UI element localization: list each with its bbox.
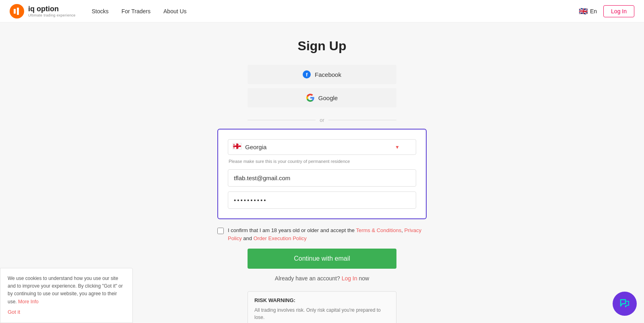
google-label: Google bbox=[318, 95, 338, 101]
nav-about-us[interactable]: About Us bbox=[163, 8, 187, 14]
terms-link[interactable]: Terms & Conditions bbox=[356, 227, 401, 233]
flag-icon: 🇬🇧 bbox=[579, 7, 588, 16]
terms-checkbox-area: I confirm that I am 18 years old or olde… bbox=[217, 226, 427, 242]
logo[interactable]: iq option Ultimate trading experience bbox=[10, 4, 76, 19]
risk-title: RISK WARNING: bbox=[254, 297, 390, 303]
facebook-label: Facebook bbox=[315, 71, 341, 78]
header: iq option Ultimate trading experience St… bbox=[0, 0, 644, 23]
country-selector-wrapper: Georgia ▼ bbox=[228, 139, 416, 155]
svg-rect-1 bbox=[14, 9, 16, 14]
brand-tagline: Ultimate trading experience bbox=[28, 13, 76, 17]
continue-email-button[interactable]: Continue with email bbox=[248, 249, 396, 269]
lc-logo-icon bbox=[618, 296, 631, 311]
terms-checkbox[interactable] bbox=[217, 228, 224, 234]
brand-name: iq option bbox=[28, 5, 76, 13]
google-icon bbox=[306, 94, 314, 102]
login-link[interactable]: Log In bbox=[342, 275, 357, 282]
cookie-got-it-button[interactable]: Got it bbox=[8, 309, 20, 315]
language-label: En bbox=[590, 8, 597, 14]
main-nav: Stocks For Traders About Us bbox=[92, 8, 187, 14]
logo-icon bbox=[10, 4, 24, 19]
terms-label[interactable]: I confirm that I am 18 years old or olde… bbox=[228, 226, 427, 242]
password-input[interactable] bbox=[228, 191, 416, 209]
signup-form-container: Georgia ▼ Please make sure this is your … bbox=[217, 129, 427, 219]
svg-rect-2 bbox=[17, 8, 19, 15]
nav-stocks[interactable]: Stocks bbox=[92, 8, 109, 14]
page-title: Sign Up bbox=[298, 39, 347, 53]
facebook-signup-button[interactable]: f Facebook bbox=[248, 65, 396, 84]
email-input[interactable] bbox=[228, 169, 416, 187]
country-dropdown[interactable]: Georgia ▼ bbox=[228, 139, 416, 155]
order-link[interactable]: Order Execution Policy bbox=[254, 235, 307, 241]
cookie-banner: We use cookies to understand how you use… bbox=[0, 268, 133, 323]
already-account-text: Already have an account? Log In now bbox=[275, 275, 369, 282]
country-hint: Please make sure this is your country of… bbox=[229, 159, 416, 164]
country-value: Georgia bbox=[245, 144, 266, 150]
facebook-icon: f bbox=[303, 70, 311, 78]
risk-text: All trading involves risk. Only risk cap… bbox=[254, 307, 390, 321]
login-button[interactable]: Log In bbox=[603, 5, 634, 17]
nav-for-traders[interactable]: For Traders bbox=[122, 8, 151, 14]
google-signup-button[interactable]: Google bbox=[248, 88, 396, 107]
or-text: or bbox=[320, 117, 324, 123]
risk-warning-section: RISK WARNING: All trading involves risk.… bbox=[248, 291, 396, 323]
header-right: 🇬🇧 En Log In bbox=[579, 5, 634, 17]
cookie-more-info-link[interactable]: More Info bbox=[18, 299, 39, 304]
language-selector[interactable]: 🇬🇧 En bbox=[579, 7, 597, 16]
or-divider: or bbox=[248, 117, 396, 123]
chat-icon-button[interactable] bbox=[613, 292, 637, 316]
dropdown-arrow-icon: ▼ bbox=[395, 144, 400, 150]
